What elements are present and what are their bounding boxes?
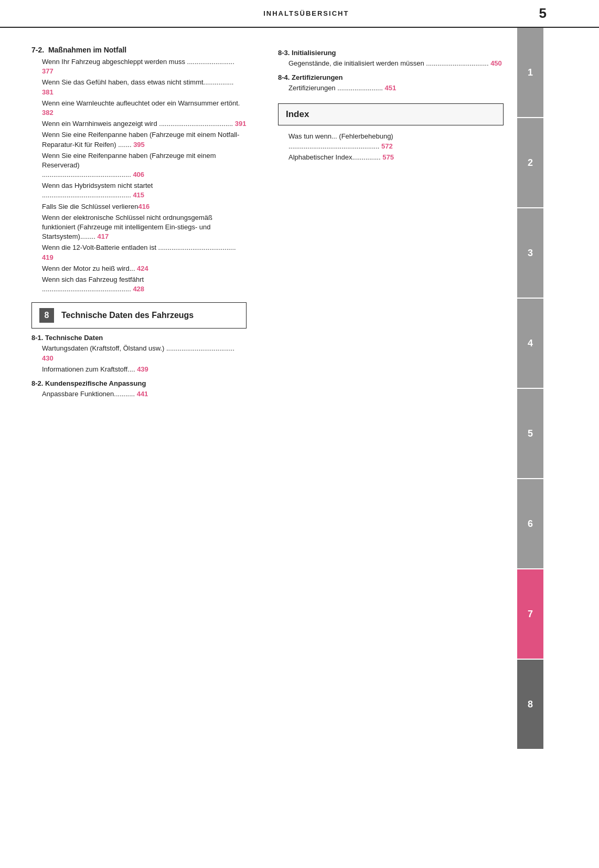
chapter-8-num: 8	[39, 308, 54, 323]
page-ref: 395	[133, 141, 145, 149]
page-ref: 424	[137, 264, 148, 272]
toc-entry: Informationen zum Kraftstoff.... 439	[42, 365, 247, 374]
toc-entry: Gegenstände, die initialisiert werden mü…	[288, 59, 504, 68]
page-ref: 428	[131, 285, 144, 293]
section-8-1-heading: 8-1. 8-1. Technische DatenTechnische Dat…	[31, 334, 247, 342]
sidebar-tab-7[interactable]: 7	[517, 569, 543, 659]
toc-entry: Wenn Sie das Gefühl haben, dass etwas ni…	[42, 78, 247, 97]
page-ref: 381	[42, 88, 54, 96]
page-ref: 450	[490, 59, 502, 67]
page-ref: 415	[131, 191, 144, 199]
chapter-8-banner: 8 Technische Daten des Fahrzeugs	[31, 302, 247, 329]
page-ref: 417	[97, 232, 109, 240]
page-ref: 382	[42, 109, 54, 117]
toc-entry: Wenn das Hybridsystem nicht startet ....…	[42, 181, 247, 200]
header-title: INHALTSÜBERSICHT	[31, 9, 539, 17]
toc-entry: Falls Sie die Schlüssel verlieren416	[42, 202, 247, 211]
sidebar-tab-2[interactable]: 2	[517, 118, 543, 207]
right-column: 8-3. 8-3. InitialisierungInitialisierung…	[262, 28, 514, 857]
section-8-2-heading: 8-2. 8-2. Kundenspezifische AnpassungKun…	[31, 379, 247, 387]
page-header: INHALTSÜBERSICHT 5	[0, 0, 599, 28]
toc-entry: Wartungsdaten (Kraftstoff, Ölstand usw.)…	[42, 344, 247, 363]
sidebar-tab-3[interactable]: 3	[517, 208, 543, 298]
sidebar-tab-1[interactable]: 1	[517, 28, 543, 117]
page-ref: 451	[385, 84, 397, 92]
page-ref: 377	[42, 67, 54, 75]
sidebar-tab-8[interactable]: 8	[517, 660, 543, 749]
sidebar-tab-6[interactable]: 6	[517, 479, 543, 568]
toc-entry: Wenn Ihr Fahrzeug abgeschleppt werden mu…	[42, 57, 247, 76]
toc-entry: Wenn ein Warnhinweis angezeigt wird ....…	[42, 119, 247, 129]
toc-entry: Wenn sich das Fahrzeug festfährt .......…	[42, 275, 247, 294]
toc-entry: Wenn eine Warnleuchte aufleuchtet oder e…	[42, 99, 247, 118]
index-title: Index	[286, 109, 309, 120]
page-ref: 575	[382, 153, 394, 161]
right-sidebar: 1 2 3 4 5 6 7 8	[514, 28, 547, 857]
sidebar-tab-5[interactable]: 5	[517, 389, 543, 478]
page-ref: 419	[42, 253, 54, 261]
toc-entry: Wenn Sie eine Reifenpanne haben (Fahrzeu…	[42, 130, 247, 149]
toc-entry: Zertifizierungen .......................…	[288, 83, 504, 93]
sidebar-tab-4[interactable]: 4	[517, 299, 543, 388]
section-7-2-num: 7-2.	[31, 46, 46, 54]
index-banner: Index	[278, 103, 504, 125]
page-container: INHALTSÜBERSICHT 5 7-2. 7-2. Maßnahmen i…	[0, 0, 599, 868]
toc-entry: Wenn Sie eine Reifenpanne haben (Fahrzeu…	[42, 151, 247, 180]
section-8-4-heading: 8-4. 8-4. ZertifizierungenZertifizierung…	[278, 73, 504, 81]
toc-entry: Was tun wenn... (Fehlerbehebung) .......…	[288, 132, 504, 151]
page-number: 5	[539, 5, 547, 22]
section-7-2-heading: 7-2. 7-2. Maßnahmen im Notfall Maßnahmen…	[31, 46, 247, 54]
toc-entry: Alphabetischer Index............... 575	[288, 153, 504, 162]
main-content: 7-2. 7-2. Maßnahmen im Notfall Maßnahmen…	[0, 28, 599, 857]
toc-entry: Wenn der Motor zu heiß wird... 424	[42, 264, 247, 273]
toc-entry: Anpassbare Funktionen........... 441	[42, 389, 247, 399]
page-ref: 441	[137, 390, 148, 398]
page-ref: 572	[381, 142, 393, 150]
toc-entry: Wenn die 12-Volt-Batterie entladen ist .…	[42, 243, 247, 262]
page-ref: 430	[42, 354, 54, 362]
page-ref: 391	[235, 120, 247, 128]
chapter-8-title: Technische Daten des Fahrzeugs	[61, 311, 194, 320]
page-ref: 439	[137, 365, 148, 373]
section-8-3-heading: 8-3. 8-3. InitialisierungInitialisierung	[278, 49, 504, 57]
toc-entry: Wenn der elektronische Schlüssel nicht o…	[42, 213, 247, 242]
page-ref: 416	[138, 203, 150, 210]
page-ref: 406	[131, 171, 144, 178]
left-column: 7-2. 7-2. Maßnahmen im Notfall Maßnahmen…	[0, 28, 262, 857]
